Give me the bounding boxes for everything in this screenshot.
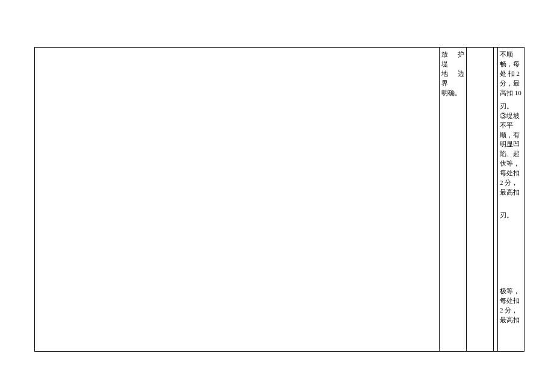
deduction-para-1: 不顺畅，每 处 扣 2 分，最高扣 10	[500, 50, 522, 98]
cell-line: 明确。	[441, 89, 464, 98]
table-row: 放 护 堤 地 边 界 明确。 不顺畅，每 处 扣 2 分，最高扣 10 刃。 …	[35, 48, 524, 352]
cell-deduction: 不顺畅，每 处 扣 2 分，最高扣 10 刃。 ③堤坡不平顺，有明显凹陷、起伏等…	[498, 48, 524, 352]
document-page: 放 护 堤 地 边 界 明确。 不顺畅，每 处 扣 2 分，最高扣 10 刃。 …	[0, 0, 554, 392]
deduction-para-1-tail: 刃。	[500, 102, 522, 111]
scoring-table: 放 护 堤 地 边 界 明确。 不顺畅，每 处 扣 2 分，最高扣 10 刃。 …	[34, 47, 524, 352]
deduction-para-2-tail: 刃。	[500, 211, 522, 220]
cell-spacer	[494, 48, 498, 352]
spacer	[500, 220, 522, 287]
cell-main	[35, 48, 440, 352]
cell-line: 地 边 界	[441, 69, 464, 89]
cell-standard: 放 护 堤 地 边 界 明确。	[440, 48, 467, 352]
cell-line: 放 护 堤	[441, 50, 464, 69]
deduction-para-2: ③堤坡不平顺，有明显凹陷、起伏等，每处扣 2 分，最高扣	[500, 111, 522, 198]
cell-empty	[467, 48, 494, 352]
spacer	[500, 198, 522, 211]
deduction-para-3: 极等，每处扣 2 分，最高扣	[500, 287, 522, 325]
